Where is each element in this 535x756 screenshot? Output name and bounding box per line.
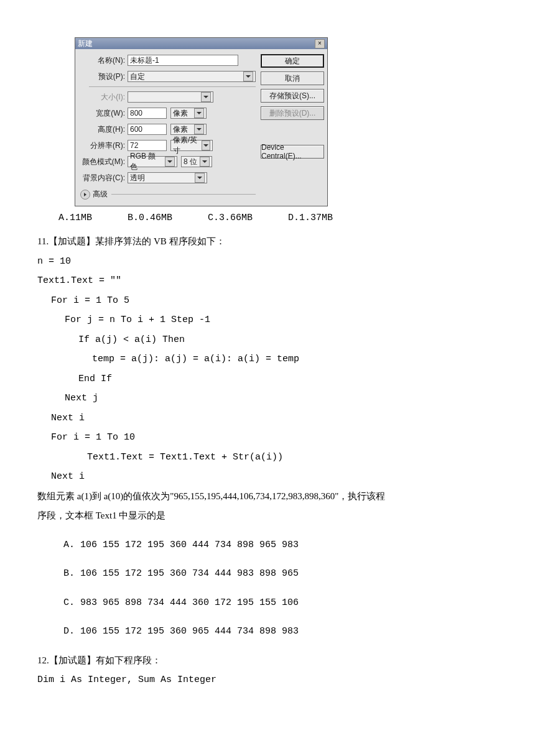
close-icon[interactable]: ×: [315, 39, 325, 48]
q11-code-line: For i = 1 To 10: [37, 428, 498, 448]
chevron-down-icon[interactable]: [195, 173, 205, 183]
ok-button[interactable]: 确定: [261, 54, 324, 68]
chevron-down-icon[interactable]: [165, 157, 175, 167]
q11-option-c: C. 983 965 898 734 444 360 172 195 155 1…: [63, 593, 498, 613]
resolution-unit-combo[interactable]: 像素/英寸: [170, 140, 213, 151]
q10-option-a: A.11MB: [58, 213, 92, 223]
save-preset-button[interactable]: 存储预设(S)...: [261, 89, 324, 103]
advanced-toggle-icon[interactable]: [80, 190, 90, 200]
q11-code-line: If a(j) < a(i) Then: [37, 330, 498, 350]
chevron-down-icon[interactable]: [194, 108, 204, 118]
q12-code-line: Dim i As Integer, Sum As Integer: [37, 670, 498, 690]
q11-code-line: Next i: [37, 467, 498, 487]
resolution-unit: 像素/英寸: [173, 135, 199, 156]
device-central-button[interactable]: Device Central(E)...: [261, 145, 324, 159]
q11-code-line: For i = 1 To 5: [37, 291, 498, 311]
height-label: 高度(H):: [80, 124, 128, 135]
preset-value: 自定: [130, 71, 145, 82]
chevron-down-icon[interactable]: [243, 71, 253, 81]
q10-option-d: D.1.37MB: [288, 213, 333, 223]
width-label: 宽度(W):: [80, 108, 128, 119]
width-unit: 像素: [173, 108, 188, 119]
resolution-field[interactable]: 72: [128, 140, 167, 151]
height-unit: 像素: [173, 124, 188, 135]
q11-code-line: End If: [37, 369, 498, 389]
background-label: 背景内容(C):: [80, 173, 128, 183]
color-mode-value: RGB 颜色: [130, 151, 162, 172]
chevron-down-icon[interactable]: [200, 157, 210, 167]
q11-code-line: Next j: [37, 389, 498, 408]
background-combo[interactable]: 透明: [128, 172, 207, 183]
q10-options: A.11MB B.0.46MB C.3.66MB D.1.37MB: [58, 213, 498, 223]
background-value: 透明: [130, 173, 145, 183]
chevron-down-icon[interactable]: [202, 141, 210, 150]
q11-option-a: A. 106 155 172 195 360 444 734 898 965 9…: [63, 535, 498, 555]
q11-code-line: Text1.Text = "": [37, 271, 498, 291]
q11-desc: 序段，文本框 Text1 中显示的是: [37, 506, 498, 526]
cancel-button[interactable]: 取消: [261, 71, 324, 85]
size-combo[interactable]: [128, 91, 213, 103]
color-mode-label: 颜色模式(M):: [80, 157, 128, 167]
q12-stem: 12.【加试题】有如下程序段：: [37, 651, 498, 671]
advanced-label[interactable]: 高级: [93, 189, 108, 200]
q11-option-b: B. 106 155 172 195 360 734 444 983 898 9…: [63, 564, 498, 584]
dialog-titlebar: 新建 ×: [75, 38, 327, 49]
bit-depth-value: 8 位: [184, 157, 197, 167]
chevron-down-icon[interactable]: [201, 92, 211, 102]
q10-option-c: C.3.66MB: [208, 213, 253, 223]
name-field[interactable]: 未标题-1: [128, 55, 238, 66]
q11-code-line: Next i: [37, 408, 498, 428]
q10-option-b: B.0.46MB: [128, 213, 172, 223]
width-field[interactable]: 800: [128, 108, 167, 119]
dialog-title: 新建: [78, 39, 93, 49]
chevron-down-icon[interactable]: [194, 124, 204, 134]
size-label: 大小(I):: [80, 92, 128, 103]
q11-stem: 11.【加试题】某排序算法的 VB 程序段如下：: [37, 232, 498, 252]
color-mode-combo[interactable]: RGB 颜色: [128, 156, 177, 167]
q11-desc: 数组元素 a(1)到 a(10)的值依次为"965,155,195,444,10…: [37, 487, 498, 507]
q11-option-d: D. 106 155 172 195 360 965 444 734 898 9…: [63, 622, 498, 642]
new-document-dialog: 新建 × 名称(N): 未标题-1 预设(P): 自定: [75, 37, 498, 206]
name-label: 名称(N):: [80, 55, 128, 66]
height-field[interactable]: 600: [128, 124, 167, 135]
bit-depth-combo[interactable]: 8 位: [181, 156, 212, 167]
preset-label: 预设(P):: [80, 71, 128, 82]
width-unit-combo[interactable]: 像素: [170, 108, 207, 119]
q11-code-line: n = 10: [37, 252, 498, 272]
q11-code-line: For j = n To i + 1 Step -1: [37, 310, 498, 330]
resolution-label: 分辨率(R):: [80, 141, 128, 151]
height-unit-combo[interactable]: 像素: [170, 124, 207, 135]
q11-code-line: Text1.Text = Text1.Text + Str(a(i)): [37, 448, 498, 468]
delete-preset-button: 删除预设(D)...: [261, 106, 324, 120]
preset-combo[interactable]: 自定: [128, 71, 256, 82]
q11-code-line: temp = a(j): a(j) = a(i): a(i) = temp: [37, 349, 498, 369]
